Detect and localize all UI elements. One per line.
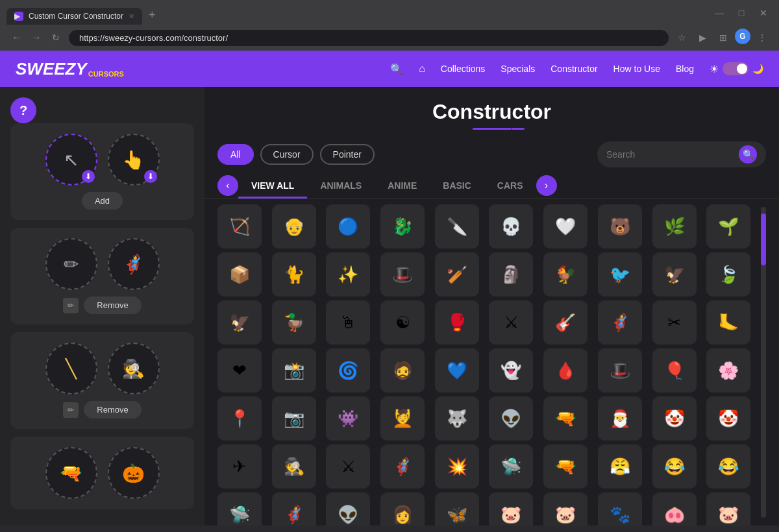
grid-item[interactable]: 🛸 (489, 444, 533, 489)
tab-view-all[interactable]: VIEW ALL (238, 173, 307, 199)
back-button[interactable]: ← (8, 29, 26, 47)
filter-pointer-button[interactable]: Pointer (320, 144, 375, 165)
cursor-slot-1a[interactable]: ↖ ⬇ (45, 134, 97, 186)
grid-item[interactable]: 🎈 (652, 348, 697, 393)
forward-button[interactable]: → (27, 29, 45, 47)
grid-item[interactable]: 👾 (326, 396, 370, 441)
bookmark-button[interactable]: ☆ (673, 29, 691, 47)
minimize-button[interactable]: — (710, 4, 728, 22)
cursor-slot-1b[interactable]: 👆 ⬇ (108, 134, 160, 186)
category-prev-button[interactable]: ‹ (217, 175, 238, 196)
grid-item[interactable]: 🦶 (706, 300, 750, 345)
nav-blog[interactable]: Blog (676, 64, 694, 74)
grid-item[interactable]: 🎅 (598, 396, 642, 441)
grid-item[interactable]: ☯ (380, 300, 425, 345)
grid-item[interactable]: 🍃 (706, 252, 750, 296)
filter-cursor-button[interactable]: Cursor (260, 144, 314, 165)
grid-item[interactable]: 🖱 (326, 300, 370, 345)
close-button[interactable]: ✕ (754, 4, 773, 22)
grid-item[interactable]: ✂ (652, 300, 697, 345)
grid-item[interactable]: 🌀 (326, 348, 370, 393)
grid-item[interactable]: 😤 (598, 444, 642, 489)
grid-item[interactable]: ⚔ (489, 300, 533, 345)
remove-button-2[interactable]: Remove (84, 296, 141, 314)
grid-item[interactable]: 🔵 (326, 204, 370, 248)
grid-item[interactable]: 📷 (272, 396, 316, 441)
grid-item[interactable]: 🐦 (598, 252, 642, 296)
reload-button[interactable]: ↻ (47, 29, 65, 47)
cursor-slot-4b[interactable]: 🎃 (108, 447, 160, 499)
nav-collections[interactable]: Collections (441, 64, 485, 74)
help-button[interactable]: ? (10, 97, 36, 123)
grid-item[interactable]: 📦 (217, 252, 262, 296)
grid-item[interactable]: 🗿 (489, 252, 533, 296)
tab-cars[interactable]: CARS (484, 173, 536, 199)
cursor-slot-2b[interactable]: 🦸 (108, 238, 160, 290)
grid-item[interactable]: 🏏 (435, 252, 479, 296)
grid-item[interactable]: 🏹 (217, 204, 262, 248)
grid-item[interactable]: 🔫 (543, 444, 587, 489)
scrollbar-track[interactable] (761, 207, 766, 518)
grid-item[interactable]: 🐈 (272, 252, 316, 296)
grid-item[interactable]: 👽 (326, 492, 370, 526)
grid-item[interactable]: 🐷 (706, 492, 750, 526)
dark-mode-toggle[interactable] (723, 62, 748, 75)
grid-item[interactable]: ⚔ (326, 444, 370, 489)
search-input[interactable] (606, 149, 734, 160)
cursor-slot-3a[interactable]: ╲ (45, 343, 97, 394)
grid-item[interactable]: 💆 (380, 396, 425, 441)
grid-item[interactable]: 👴 (272, 204, 316, 248)
address-bar[interactable] (69, 30, 669, 46)
grid-item[interactable]: 💙 (435, 348, 479, 393)
profile-badge[interactable]: G (735, 29, 750, 44)
grid-item[interactable]: 🐽 (652, 492, 697, 526)
grid-item[interactable]: 🤡 (706, 396, 750, 441)
grid-item[interactable]: 🐾 (598, 492, 642, 526)
grid-item[interactable]: 🦅 (217, 300, 262, 345)
grid-item[interactable]: 🎩 (380, 252, 425, 296)
grid-item[interactable]: 🤡 (652, 396, 697, 441)
grid-item[interactable]: 🦸 (380, 444, 425, 489)
grid-item[interactable]: 🧔 (380, 348, 425, 393)
grid-item[interactable]: 🐷 (543, 492, 587, 526)
grid-item[interactable]: 💥 (435, 444, 479, 489)
grid-item[interactable]: 🐓 (543, 252, 587, 296)
category-next-button[interactable]: › (536, 175, 557, 196)
add-button[interactable]: Add (82, 192, 123, 210)
grid-item[interactable]: 🐉 (380, 204, 425, 248)
scrollbar-thumb[interactable] (761, 213, 766, 265)
tab-animals[interactable]: ANIMALS (307, 173, 375, 199)
grid-item[interactable]: 🕵 (272, 444, 316, 489)
grid-item[interactable]: 📸 (272, 348, 316, 393)
grid-item[interactable]: 🐺 (435, 396, 479, 441)
grid-item[interactable]: 👻 (489, 348, 533, 393)
grid-item[interactable]: 🎩 (598, 348, 642, 393)
grid-item[interactable]: ✨ (326, 252, 370, 296)
cursor-slot-4a[interactable]: 🔫 (45, 447, 97, 499)
grid-item[interactable]: 👩 (380, 492, 425, 526)
grid-item[interactable]: 🐻 (598, 204, 642, 248)
browser-tab[interactable]: ▶ Custom Cursor Constructor ✕ (6, 8, 142, 25)
nav-how-to-use[interactable]: How to Use (613, 64, 660, 74)
grid-item[interactable]: 🩸 (543, 348, 587, 393)
new-tab-button[interactable]: + (143, 6, 161, 25)
tab-anime[interactable]: ANIME (375, 173, 430, 199)
grid-item[interactable]: 🎸 (543, 300, 587, 345)
grid-item[interactable]: ❤ (217, 348, 262, 393)
tab-basic[interactable]: BASIC (430, 173, 484, 199)
grid-item[interactable]: 🔪 (435, 204, 479, 248)
edit-icon-2[interactable]: ✏ (63, 298, 79, 313)
grid-item[interactable]: 🛸 (217, 492, 262, 526)
grid-item[interactable]: 🌸 (706, 348, 750, 393)
remove-button-3[interactable]: Remove (84, 401, 141, 418)
grid-item[interactable]: 🤍 (543, 204, 587, 248)
nav-search-button[interactable]: 🔍 (390, 63, 403, 75)
tab-close-icon[interactable]: ✕ (129, 12, 134, 21)
grid-item[interactable]: 😂 (652, 444, 697, 489)
grid-item[interactable]: ✈ (217, 444, 262, 489)
grid-item[interactable]: 🦸 (598, 300, 642, 345)
grid-item[interactable]: 📍 (217, 396, 262, 441)
edit-icon-3[interactable]: ✏ (63, 402, 79, 418)
grid-item[interactable]: 🌿 (652, 204, 697, 248)
grid-item[interactable]: 💀 (489, 204, 533, 248)
